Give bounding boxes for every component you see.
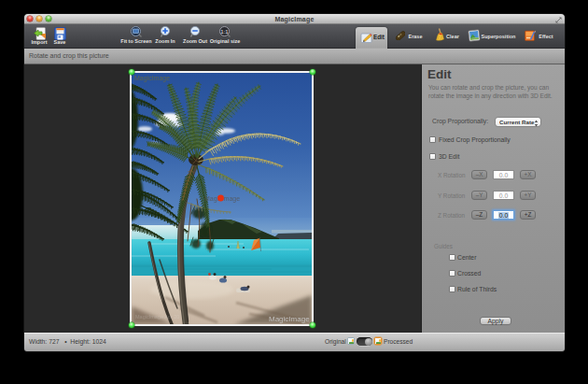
svg-text:MagicImage: MagicImage	[134, 75, 170, 82]
svg-text:MagicImage: MagicImage	[269, 315, 310, 323]
svg-text:1:1: 1:1	[220, 29, 229, 35]
svg-text:MagicImage Apr 20: MagicImage Apr 20	[135, 314, 179, 320]
